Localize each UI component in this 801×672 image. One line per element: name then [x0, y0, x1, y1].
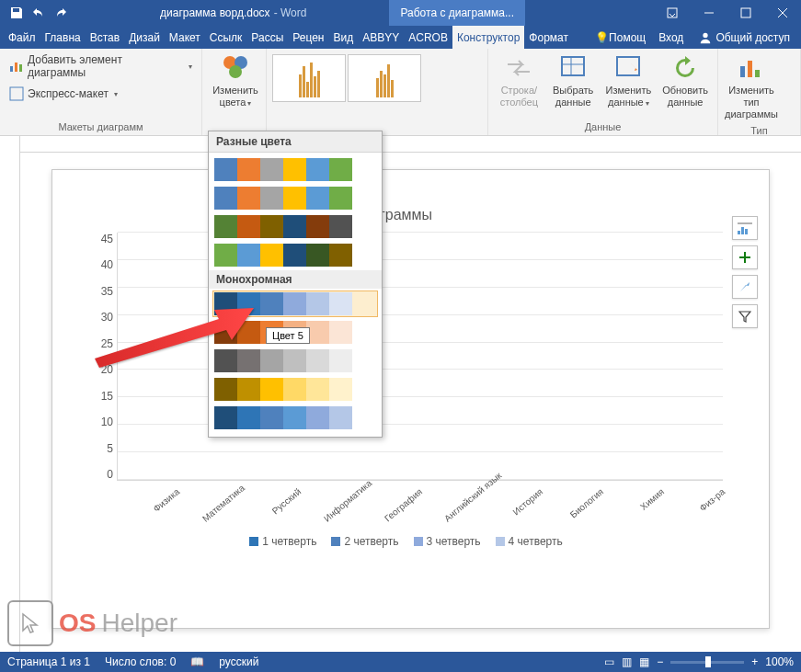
- legend-item[interactable]: 4 четверть: [496, 535, 563, 548]
- zoom-level[interactable]: 100%: [765, 655, 794, 668]
- status-proof-icon[interactable]: 📖: [190, 655, 204, 668]
- chart-elements-button[interactable]: [732, 216, 758, 240]
- help-button[interactable]: 💡 Помощ: [590, 31, 650, 44]
- chart-style-1[interactable]: [272, 54, 346, 102]
- undo-icon[interactable]: [31, 6, 46, 20]
- color-swatch: [329, 158, 352, 181]
- color-swatch: [237, 378, 260, 401]
- status-page[interactable]: Страница 1 из 1: [7, 655, 90, 668]
- status-language[interactable]: русский: [219, 655, 258, 668]
- group-data-label: Данные: [494, 120, 712, 132]
- color-swatch: [260, 215, 283, 238]
- edit-data-button[interactable]: Изменить данные: [602, 51, 656, 110]
- x-label: История: [498, 481, 545, 524]
- tab-references[interactable]: Ссылк: [205, 26, 247, 49]
- zoom-in-button[interactable]: +: [751, 655, 758, 668]
- document-area: граммы 454035302520151050 ФизикаМатемати…: [20, 136, 801, 652]
- minimize-button[interactable]: [691, 0, 727, 26]
- refresh-data-button[interactable]: Обновить данные: [658, 51, 712, 110]
- switch-row-col-button[interactable]: Строка/ столбец: [494, 51, 544, 110]
- chart-plot: 454035302520151050: [89, 233, 723, 481]
- express-layout-button[interactable]: Экспресс-макет: [6, 85, 121, 103]
- group-layouts-label: Макеты диаграмм: [6, 120, 196, 132]
- svg-rect-13: [562, 57, 584, 75]
- refresh-data-label: Обновить данные: [662, 85, 708, 108]
- title-area: диаграмма ворд.docx - Word: [77, 6, 389, 19]
- color-swatch: [283, 187, 306, 210]
- color-scheme-option[interactable]: [212, 376, 378, 403]
- color-swatch: [237, 349, 260, 372]
- share-button[interactable]: Общий доступ: [692, 31, 797, 44]
- chart-styles-gallery[interactable]: [272, 51, 482, 105]
- chart-object[interactable]: граммы 454035302520151050 ФизикаМатемати…: [89, 207, 723, 600]
- redo-icon[interactable]: [53, 6, 68, 20]
- view-read-mode[interactable]: ▭: [604, 655, 614, 668]
- zoom-slider[interactable]: [670, 661, 744, 664]
- color-scheme-option[interactable]: [212, 404, 378, 431]
- tab-file[interactable]: Файл: [4, 26, 40, 49]
- tab-constructor[interactable]: Конструктор: [452, 26, 524, 49]
- chart-type-icon: [737, 53, 766, 83]
- x-label: География: [377, 481, 424, 524]
- status-wordcount[interactable]: Число слов: 0: [105, 655, 176, 668]
- color-swatch: [306, 158, 329, 181]
- color-swatch: [283, 378, 306, 401]
- color-swatch: [214, 406, 237, 429]
- tab-view[interactable]: Вид: [328, 26, 358, 49]
- chart-add-button[interactable]: [732, 245, 758, 269]
- color-scheme-option[interactable]: [212, 185, 378, 211]
- add-element-label: Добавить элемент диаграммы: [28, 53, 183, 79]
- add-chart-element-button[interactable]: Добавить элемент диаграммы: [6, 51, 196, 81]
- legend-item[interactable]: 2 четверть: [331, 535, 398, 548]
- color-scheme-option[interactable]: [212, 290, 378, 317]
- tab-mailings[interactable]: Рассы: [246, 26, 288, 49]
- chart-filter-button[interactable]: [732, 304, 758, 328]
- y-tick: 10: [101, 416, 113, 428]
- close-button[interactable]: [764, 0, 801, 26]
- view-web-layout[interactable]: ▦: [639, 655, 649, 668]
- dropdown-header-colorful: Разные цвета: [209, 131, 382, 153]
- legend-swatch: [414, 537, 423, 546]
- color-swatch: [329, 292, 352, 315]
- select-data-button[interactable]: Выбрать данные: [548, 51, 599, 110]
- tab-insert[interactable]: Встав: [86, 26, 124, 49]
- chart-style-2[interactable]: [348, 54, 421, 102]
- ribbon-options-button[interactable]: [654, 0, 691, 26]
- tab-acrobat[interactable]: ACROB: [404, 26, 452, 49]
- x-label: Информатика: [316, 481, 363, 524]
- select-data-label: Выбрать данные: [552, 85, 595, 108]
- color-scheme-option[interactable]: [212, 213, 378, 240]
- maximize-button[interactable]: [727, 0, 764, 26]
- color-swatch: [237, 406, 260, 429]
- chart-styles-button[interactable]: [732, 275, 758, 299]
- change-colors-label: Изменить цвета: [212, 85, 259, 108]
- zoom-out-button[interactable]: −: [657, 655, 663, 668]
- chart-title[interactable]: граммы: [89, 207, 723, 223]
- tab-design[interactable]: Дизай: [124, 26, 165, 49]
- change-chart-type-button[interactable]: Изменить тип диаграммы: [724, 51, 779, 123]
- page: граммы 454035302520151050 ФизикаМатемати…: [51, 169, 770, 629]
- express-layout-label: Экспресс-макет: [28, 87, 109, 100]
- color-scheme-option[interactable]: [212, 242, 378, 268]
- view-print-layout[interactable]: ▥: [622, 655, 632, 668]
- refresh-icon: [670, 53, 700, 83]
- tab-home[interactable]: Главна: [40, 26, 86, 49]
- legend-item[interactable]: 3 четверть: [414, 535, 481, 548]
- tab-abbyy[interactable]: ABBYY: [358, 26, 404, 49]
- svg-rect-22: [745, 229, 748, 234]
- change-colors-button[interactable]: Изменить цвета: [208, 51, 263, 110]
- color-swatch: [237, 187, 260, 210]
- quick-access-toolbar: [0, 6, 77, 20]
- svg-rect-9: [10, 87, 23, 100]
- legend-swatch: [496, 537, 505, 546]
- svg-rect-17: [740, 66, 745, 77]
- tab-layout[interactable]: Макет: [165, 26, 205, 49]
- tab-review[interactable]: Рецен: [288, 26, 328, 49]
- legend-item[interactable]: 1 четверть: [249, 535, 316, 548]
- color-scheme-option[interactable]: [212, 347, 378, 374]
- person-icon: [699, 31, 712, 44]
- color-scheme-option[interactable]: [212, 156, 378, 183]
- save-icon[interactable]: [9, 6, 24, 20]
- login-button[interactable]: Вход: [654, 31, 688, 44]
- tab-format[interactable]: Формат: [524, 26, 573, 49]
